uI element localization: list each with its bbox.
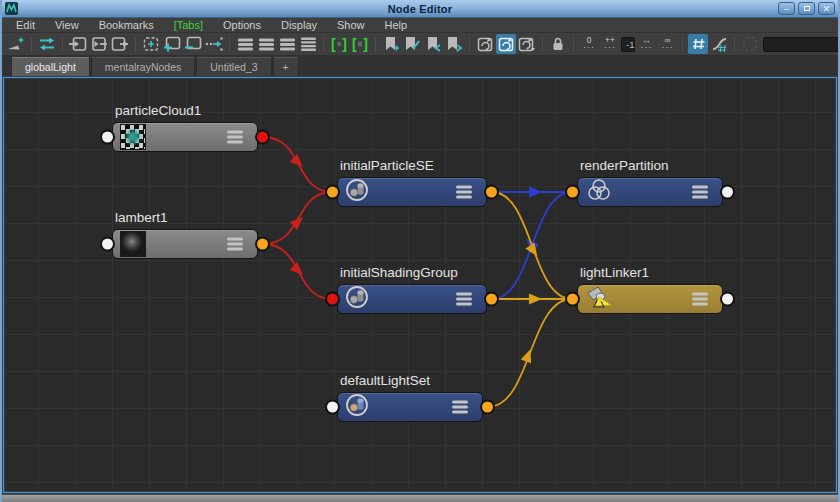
node-lightLinker1[interactable]: lightLinker1 (577, 284, 723, 314)
menu-tabs[interactable]: [Tabs] (164, 18, 213, 32)
node-display-mode-toggle[interactable] (227, 238, 243, 251)
output-port[interactable] (255, 237, 270, 252)
menu-edit[interactable]: Edit (6, 18, 45, 32)
menu-help[interactable]: Help (375, 18, 418, 32)
wire-arrow-initialShadingGroup-to-lightLinker1 (529, 294, 542, 305)
menu-view[interactable]: View (45, 18, 89, 32)
output-port[interactable] (720, 185, 735, 200)
toolbar-separator (375, 37, 376, 52)
grid-snap-icon[interactable] (688, 34, 708, 54)
traversal-span-icon[interactable]: ↔··· (636, 34, 656, 54)
bookmark-add-icon[interactable] (381, 34, 401, 54)
node-display-mode-toggle[interactable] (692, 186, 708, 199)
graph-all-connections-icon[interactable] (89, 34, 109, 54)
close-button[interactable]: ✕ (818, 2, 835, 15)
node-display-mode-toggle[interactable] (452, 401, 468, 414)
node-body[interactable] (112, 122, 258, 152)
menu-display[interactable]: Display (271, 18, 327, 32)
update-on-demand-icon[interactable] (517, 34, 537, 54)
window-resize-edge[interactable] (2, 494, 838, 502)
toolbar-search-input[interactable] (763, 37, 840, 52)
zoom-to-selection-icon[interactable]: [] (329, 34, 349, 54)
node-renderPartition[interactable]: renderPartition (577, 177, 723, 207)
tab-untitled_3[interactable]: Untitled_3 (196, 57, 271, 76)
node-initialShadingGroup[interactable]: initialShadingGroup (337, 284, 487, 314)
node-graph-canvas[interactable]: particleCloud1lambert1initialParticleSEi… (2, 76, 838, 494)
tab-bar: globalLightmentalrayNodesUntitled_3+ (2, 56, 838, 76)
wire-arrow-defaultLightSet-to-lightLinker1 (521, 347, 536, 363)
display-all-mode-icon[interactable] (277, 34, 297, 54)
toolbar-separator (734, 37, 735, 52)
output-port[interactable] (484, 292, 499, 307)
traversal-all-icon[interactable]: ∞··· (657, 34, 677, 54)
node-body[interactable] (577, 177, 723, 207)
curved-connections-icon[interactable] (709, 34, 729, 54)
traversal-step-icon[interactable]: ++··· (600, 34, 620, 54)
output-port[interactable] (255, 130, 270, 145)
bookmark-edit-icon[interactable] (402, 34, 422, 54)
node-label: initialParticleSE (340, 158, 434, 173)
node-body[interactable] (337, 284, 487, 314)
input-port[interactable] (565, 185, 580, 200)
input-port[interactable] (325, 185, 340, 200)
node-label: lightLinker1 (580, 265, 649, 280)
minimize-button[interactable]: – (778, 2, 795, 15)
maximize-button[interactable] (798, 2, 815, 15)
wire-initialParticleSE-to-lightLinker1 (492, 192, 572, 299)
tab-mentalraynodes[interactable]: mentalrayNodes (91, 57, 195, 76)
display-simple-mode-icon[interactable] (235, 34, 255, 54)
toolbar-separator (323, 37, 324, 52)
title-bar[interactable]: Node Editor –✕ (2, 0, 838, 18)
node-body[interactable] (337, 177, 487, 207)
auto-update-off-icon[interactable] (475, 34, 495, 54)
node-label: lambert1 (115, 210, 168, 225)
output-port[interactable] (480, 400, 495, 415)
toolbar-separator (62, 37, 63, 52)
output-port[interactable] (720, 292, 735, 307)
node-display-mode-toggle[interactable] (456, 186, 472, 199)
lock-attributes-icon[interactable] (548, 34, 568, 54)
menu-bookmarks[interactable]: Bookmarks (89, 18, 164, 32)
wire-arrow-lambert1-to-initialShadingGroup (290, 262, 307, 279)
add-to-graph-icon[interactable] (162, 34, 182, 54)
auto-frame-icon[interactable]: [a] (350, 34, 370, 54)
node-defaultLightSet[interactable]: defaultLightSet (337, 392, 483, 422)
select-stream-icon[interactable] (204, 34, 224, 54)
graph-output-connections-icon[interactable] (110, 34, 130, 54)
node-initialParticleSE[interactable]: initialParticleSE (337, 177, 487, 207)
traversal-depth-field[interactable]: -1 (621, 37, 635, 52)
traversal-zero-icon[interactable]: 0··· (579, 34, 599, 54)
node-body[interactable] (337, 392, 483, 422)
input-port[interactable] (565, 292, 580, 307)
node-display-mode-toggle[interactable] (692, 293, 708, 306)
node-particleCloud1[interactable]: particleCloud1 (112, 122, 258, 152)
graph-input-connections-icon[interactable] (68, 34, 88, 54)
tab-add-button[interactable]: + (273, 57, 299, 76)
node-body[interactable] (112, 229, 258, 259)
display-custom-mode-icon[interactable] (298, 34, 318, 54)
frame-graph-icon[interactable] (141, 34, 161, 54)
input-port[interactable] (325, 292, 340, 307)
node-display-mode-toggle[interactable] (456, 293, 472, 306)
create-node-icon[interactable] (6, 34, 26, 54)
menu-show[interactable]: Show (327, 18, 375, 32)
node-lambert1[interactable]: lambert1 (112, 229, 258, 259)
pin-selection-icon[interactable] (740, 34, 760, 54)
input-port[interactable] (100, 237, 115, 252)
wire-arrow-lambert1-to-initialParticleSE (290, 213, 307, 230)
input-port[interactable] (325, 400, 340, 415)
input-port[interactable] (100, 130, 115, 145)
menu-options[interactable]: Options (213, 18, 271, 32)
bookmark-prev-icon[interactable] (423, 34, 443, 54)
sync-selection-icon[interactable] (37, 34, 57, 54)
shading-engine-icon (345, 178, 369, 202)
bookmark-next-icon[interactable] (444, 34, 464, 54)
tab-globallight[interactable]: globalLight (11, 57, 90, 76)
menu-bar: EditViewBookmarks[Tabs]OptionsDisplaySho… (2, 18, 838, 33)
remove-from-graph-icon[interactable] (183, 34, 203, 54)
auto-update-on-icon[interactable] (496, 34, 516, 54)
display-connected-mode-icon[interactable] (256, 34, 276, 54)
node-display-mode-toggle[interactable] (227, 131, 243, 144)
output-port[interactable] (484, 185, 499, 200)
node-body[interactable] (577, 284, 723, 314)
